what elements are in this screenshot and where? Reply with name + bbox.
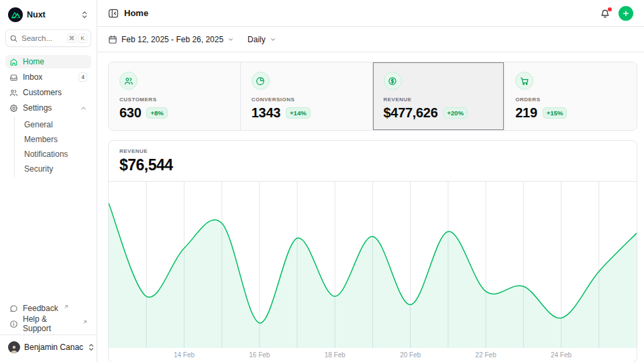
- stat-delta-badge: +14%: [286, 107, 311, 119]
- dollar-circle-icon: [384, 72, 402, 90]
- sidebar-item-customers[interactable]: Customers: [5, 86, 91, 99]
- x-axis-tick: 14 Feb: [174, 351, 195, 359]
- header-actions: [600, 6, 633, 21]
- stat-label: CUSTOMERS: [119, 97, 229, 103]
- stat-card-conversions[interactable]: CONVERSIONS 1343 +14%: [241, 62, 373, 130]
- footer-link-label: Help & Support: [23, 314, 77, 333]
- x-axis: 14 Feb16 Feb18 Feb20 Feb22 Feb24 Feb: [109, 348, 637, 362]
- inbox-count-badge: 4: [78, 72, 87, 82]
- inbox-icon: [9, 73, 18, 82]
- gear-icon: [9, 104, 18, 113]
- stat-delta-badge: +8%: [146, 107, 167, 119]
- sidebar: Nuxt Search... ⌘ K Home Inbox 4: [0, 0, 97, 362]
- sidebar-item-home[interactable]: Home: [5, 55, 91, 68]
- user-section: Benjamin Canac: [0, 335, 97, 357]
- revenue-area-chart[interactable]: [109, 182, 637, 348]
- stat-label: CONVERSIONS: [252, 97, 362, 103]
- stat-value: 630: [119, 105, 141, 121]
- granularity-value: Daily: [248, 35, 266, 44]
- sidebar-item-members[interactable]: Members: [15, 133, 91, 146]
- calendar-icon: [108, 35, 117, 44]
- nuxt-logo-icon: [8, 7, 23, 22]
- search-input[interactable]: Search... ⌘ K: [5, 29, 91, 47]
- x-axis-tick: 24 Feb: [551, 351, 572, 359]
- chevron-down-icon: [227, 36, 234, 43]
- sidebar-spacer: [5, 177, 91, 302]
- info-circle-icon: [9, 320, 18, 328]
- chevron-up-icon: [80, 105, 87, 112]
- stat-label: ORDERS: [515, 97, 626, 103]
- feedback-link[interactable]: Feedback: [5, 302, 91, 315]
- sidebar-item-inbox[interactable]: Inbox 4: [5, 70, 91, 84]
- add-button[interactable]: [619, 6, 633, 21]
- chart-label: REVENUE: [119, 148, 626, 154]
- stat-card-revenue[interactable]: REVENUE $477,626 +20%: [373, 62, 505, 130]
- search-shortcut: ⌘ K: [67, 34, 88, 43]
- stat-value: $477,626: [384, 105, 438, 121]
- user-name: Benjamin Canac: [24, 343, 83, 352]
- revenue-chart-card: REVENUE $76,544 14 Feb16 Feb18 Feb20 Feb…: [108, 140, 637, 362]
- search-icon: [9, 34, 18, 43]
- stat-label: REVENUE: [384, 97, 494, 103]
- date-range-picker[interactable]: Feb 12, 2025 - Feb 26, 2025: [108, 35, 234, 44]
- sidebar-item-label: Home: [23, 57, 44, 66]
- chart-value: $76,544: [119, 156, 626, 174]
- pie-chart-icon: [252, 72, 270, 90]
- stat-value: 219: [515, 105, 537, 121]
- workspace-switcher[interactable]: Nuxt: [5, 5, 91, 24]
- sidebar-item-settings[interactable]: Settings: [5, 101, 91, 115]
- chevrons-up-down-icon: [80, 10, 89, 19]
- x-axis-tick: 20 Feb: [400, 351, 421, 359]
- x-axis-tick: 22 Feb: [476, 351, 496, 359]
- user-menu[interactable]: Benjamin Canac: [5, 339, 91, 355]
- sidebar-item-label: Inbox: [23, 72, 42, 82]
- help-support-link[interactable]: Help & Support: [5, 317, 91, 330]
- page-title: Home: [124, 8, 148, 18]
- notification-dot: [608, 7, 612, 11]
- stat-delta-badge: +15%: [543, 107, 568, 119]
- kbd-cmd: ⌘: [67, 34, 77, 43]
- stat-card-orders[interactable]: ORDERS 219 +15%: [504, 62, 637, 130]
- avatar: [8, 341, 20, 353]
- stats-row: CUSTOMERS 630 +8% CONVERSIONS 1343 +14%: [108, 62, 637, 131]
- sidebar-nav: Home Inbox 4 Customers Settings Genera: [5, 55, 91, 177]
- users-icon: [9, 88, 18, 97]
- sidebar-item-label: Settings: [23, 103, 52, 113]
- chart-header: REVENUE $76,544: [109, 141, 637, 182]
- shopping-cart-icon: [515, 72, 533, 90]
- stat-value: 1343: [252, 105, 280, 121]
- sidebar-footer: Feedback Help & Support: [5, 302, 91, 335]
- chevron-down-icon: [270, 36, 276, 43]
- home-icon: [9, 58, 18, 66]
- x-axis-tick: 18 Feb: [325, 351, 345, 359]
- main-area: Home Feb 12, 2025 - Feb 26, 2025 Daily: [97, 0, 644, 362]
- message-circle-icon: [9, 304, 18, 313]
- sidebar-item-security[interactable]: Security: [15, 162, 91, 176]
- x-axis-tick: 16 Feb: [249, 351, 270, 359]
- sidebar-item-general[interactable]: General: [15, 118, 91, 131]
- stat-card-customers[interactable]: CUSTOMERS 630 +8%: [109, 62, 241, 130]
- sidebar-item-label: Customers: [23, 88, 62, 97]
- footer-link-label: Feedback: [23, 304, 58, 313]
- date-range-value: Feb 12, 2025 - Feb 26, 2025: [121, 35, 223, 44]
- chevrons-up-down-icon: [87, 343, 95, 352]
- sidebar-item-notifications[interactable]: Notifications: [15, 147, 91, 161]
- stat-delta-badge: +20%: [443, 107, 468, 119]
- dashboard-content: CUSTOMERS 630 +8% CONVERSIONS 1343 +14%: [97, 52, 644, 362]
- settings-submenu: General Members Notifications Security: [14, 117, 91, 177]
- external-link-icon: [64, 304, 68, 309]
- workspace-name: Nuxt: [27, 10, 46, 19]
- users-icon: [119, 72, 138, 90]
- page-header: Home: [97, 0, 644, 27]
- kbd-k: K: [78, 34, 87, 43]
- external-link-icon: [83, 320, 87, 324]
- granularity-select[interactable]: Daily: [248, 35, 276, 44]
- notifications-button[interactable]: [600, 8, 610, 19]
- filters-toolbar: Feb 12, 2025 - Feb 26, 2025 Daily: [97, 27, 644, 52]
- search-placeholder: Search...: [21, 34, 52, 42]
- collapse-sidebar-icon[interactable]: [108, 8, 119, 19]
